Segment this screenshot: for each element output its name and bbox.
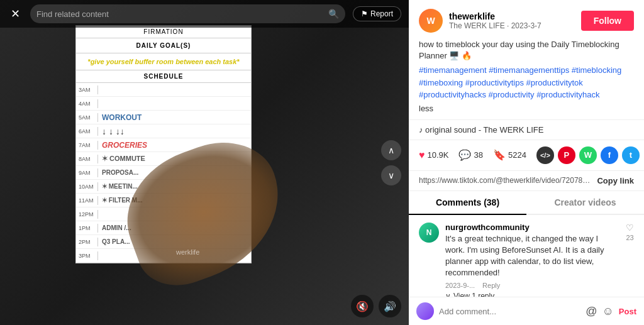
- schedule-row-4am: 4AM: [76, 97, 251, 111]
- time-11am: 11AM: [76, 196, 98, 205]
- copy-link-button[interactable]: Copy link: [597, 176, 634, 185]
- report-label: Report: [370, 9, 393, 18]
- time-3pm: 3PM: [76, 251, 98, 260]
- comments-stat[interactable]: 💬 38: [458, 149, 482, 161]
- link-url: https://www.tiktok.com/@thewerklife/vide…: [419, 176, 592, 185]
- nav-up-button[interactable]: ∧: [381, 140, 401, 160]
- comment-like: ♡ 23: [626, 223, 634, 297]
- whatsapp-share-button[interactable]: W: [579, 146, 597, 164]
- close-button[interactable]: ✕: [8, 6, 23, 21]
- search-icon: 🔍: [328, 9, 339, 19]
- time-6am: 6AM: [76, 127, 98, 136]
- link-row: https://www.tiktok.com/@thewerklife/vide…: [409, 171, 644, 191]
- tab-comments[interactable]: Comments (38): [409, 191, 526, 215]
- comment-username: nurgrowthcommunity: [445, 223, 619, 232]
- comments-section: N nurgrowthcommunity It's a great techni…: [409, 215, 644, 297]
- comment-input-row: @ ☺ Post: [409, 297, 644, 325]
- input-icons: @ ☺: [586, 305, 614, 318]
- comment-item: N nurgrowthcommunity It's a great techni…: [419, 223, 634, 297]
- emoji-icon[interactable]: ☺: [602, 305, 613, 318]
- bookmarks-stat[interactable]: 🔖 5224: [493, 149, 526, 161]
- time-8am: 8AM: [76, 155, 98, 163]
- comment-input[interactable]: [439, 307, 580, 316]
- search-bar[interactable]: Find related content 🔍: [30, 4, 345, 23]
- bookmarks-count: 5224: [508, 150, 526, 160]
- sound-row: ♪ original sound - The WERK LIFE: [409, 120, 644, 140]
- likes-stat[interactable]: ♥ 10.9K: [419, 150, 448, 161]
- comments-count: 38: [474, 150, 482, 160]
- comment-icon: 💬: [458, 149, 471, 161]
- comment-avatar: N: [419, 223, 439, 243]
- planner-schedule-header: SCHEDULE: [76, 70, 251, 83]
- sound-text: ♪ original sound - The WERK LIFE: [419, 125, 543, 135]
- schedule-row-5am: 5AM WORKOUT: [76, 111, 251, 124]
- user-info: thewerklife The WERK LIFE · 2023-3-7: [449, 11, 575, 30]
- stats-row: ♥ 10.9K 💬 38 🔖 5224 </> P W f t ↗: [409, 140, 644, 171]
- input-avatar: [416, 302, 434, 320]
- watermark: werklife: [176, 248, 199, 256]
- mute-button[interactable]: 🔇: [351, 295, 374, 317]
- likes-count: 10.9K: [428, 150, 449, 160]
- right-panel: W thewerklife The WERK LIFE · 2023-3-7 F…: [409, 0, 644, 325]
- task-workout: WORKOUT: [98, 112, 251, 123]
- user-row: W thewerklife The WERK LIFE · 2023-3-7 F…: [419, 9, 634, 33]
- time-12pm: 12PM: [76, 210, 98, 219]
- time-2pm: 2PM: [76, 238, 98, 246]
- time-5am: 5AM: [76, 113, 98, 122]
- comment-body: nurgrowthcommunity It's a great techniqu…: [445, 223, 619, 297]
- speaker-button[interactable]: 🔊: [379, 295, 401, 317]
- time-3am: 3AM: [76, 85, 98, 94]
- video-panel: FIRMATION DAILY GOAL(S) *give yourself b…: [0, 0, 409, 325]
- nav-down-button[interactable]: ∨: [381, 165, 401, 185]
- tab-creator-videos[interactable]: Creator videos: [526, 191, 644, 215]
- like-icon[interactable]: ♡: [626, 223, 634, 233]
- planner-tip: *give yourself buffer room between each …: [76, 53, 251, 70]
- task-arrows: ↓ ↓ ↓↓: [98, 125, 251, 138]
- navigation-arrows: ∧ ∨: [381, 140, 401, 185]
- view-replies-button[interactable]: ∨ View 1 reply: [445, 292, 619, 297]
- pinterest-share-button[interactable]: P: [558, 146, 575, 164]
- caption-text: how to timeblock your day using the Dail…: [419, 39, 634, 62]
- time-10am: 10AM: [76, 182, 98, 191]
- top-bar: ✕ Find related content 🔍 ⚑ Report: [0, 0, 409, 28]
- chevron-down-icon: ∨: [445, 292, 451, 297]
- post-button[interactable]: Post: [619, 307, 636, 316]
- comment-date: 2023-9-...: [445, 282, 475, 289]
- twitter-share-button[interactable]: t: [622, 146, 640, 164]
- tabs-row: Comments (38) Creator videos: [409, 191, 644, 215]
- schedule-row-3am: 3AM: [76, 83, 251, 97]
- user-subtext: The WERK LIFE · 2023-3-7: [449, 21, 575, 30]
- hashtags[interactable]: #timemanagement #timemanagementtips #tim…: [419, 64, 634, 101]
- time-4am: 4AM: [76, 99, 98, 108]
- time-9am: 9AM: [76, 168, 98, 177]
- planner-confirmation: FIRMATION: [76, 26, 251, 38]
- username: thewerklife: [449, 11, 575, 21]
- share-icons: </> P W f t ↗: [536, 146, 644, 164]
- follow-button[interactable]: Follow: [581, 11, 634, 31]
- embed-share-button[interactable]: </>: [536, 146, 554, 164]
- panel-header: W thewerklife The WERK LIFE · 2023-3-7 F…: [409, 0, 644, 120]
- bottom-controls: 🔇 🔊: [351, 295, 401, 317]
- at-icon[interactable]: @: [586, 305, 597, 318]
- avatar: W: [419, 9, 443, 33]
- reply-button[interactable]: Reply: [482, 282, 500, 289]
- heart-icon: ♥: [419, 150, 425, 161]
- planner-daily-goals: DAILY GOAL(S): [76, 38, 251, 53]
- flag-icon: ⚑: [361, 9, 368, 18]
- time-7am: 7AM: [76, 141, 98, 150]
- less-button[interactable]: less: [419, 104, 634, 113]
- search-placeholder-text: Find related content: [36, 9, 109, 19]
- comment-meta: 2023-9-... Reply: [445, 282, 619, 289]
- facebook-share-button[interactable]: f: [601, 146, 618, 164]
- schedule-row-6am: 6AM ↓ ↓ ↓↓: [76, 124, 251, 138]
- report-button[interactable]: ⚑ Report: [353, 6, 401, 21]
- comment-text: It's a great technique, it changed the w…: [445, 233, 619, 279]
- time-1pm: 1PM: [76, 224, 98, 233]
- video-background: FIRMATION DAILY GOAL(S) *give yourself b…: [0, 0, 409, 325]
- bookmark-icon: 🔖: [493, 149, 506, 161]
- like-count: 23: [626, 234, 633, 241]
